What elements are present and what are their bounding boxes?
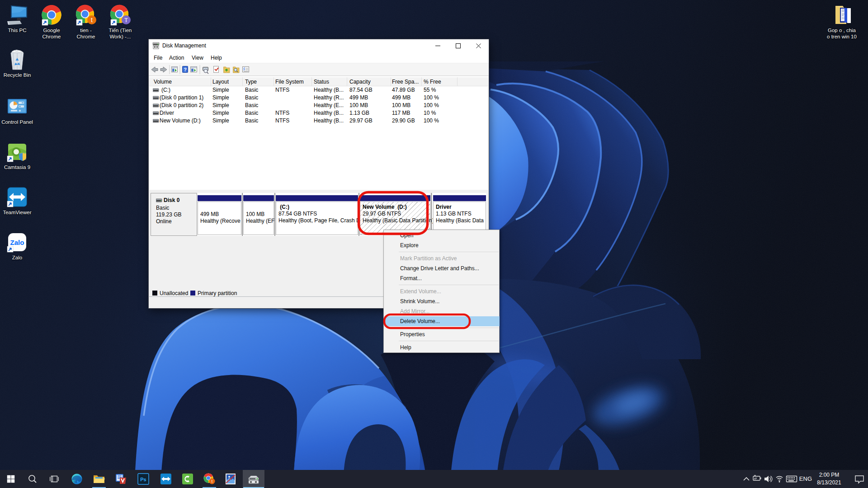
svg-text:?: ? xyxy=(184,67,187,72)
svg-text:t: t xyxy=(91,16,93,23)
svg-text:Ps: Ps xyxy=(140,477,146,482)
svg-text:T: T xyxy=(124,17,128,23)
svg-text:Zalo: Zalo xyxy=(10,239,24,246)
